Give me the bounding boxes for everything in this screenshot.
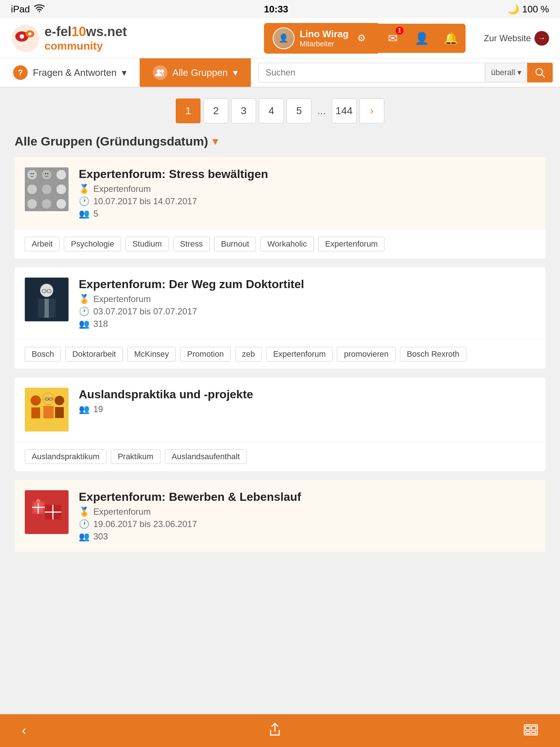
category-label-stress: Expertenforum [93, 184, 151, 194]
main-content: 1 2 3 4 5 ... 144 › Alle Gruppen (Gründu… [0, 88, 560, 599]
tag-zeb[interactable]: zeb [235, 347, 262, 361]
svg-point-14 [42, 184, 52, 194]
date-label-bewerben: 19.06.2017 bis 23.06.2017 [93, 519, 197, 529]
tag-mckinsey[interactable]: McKinsey [127, 347, 176, 361]
members-label-doktor: 318 [93, 319, 108, 329]
notifications-button[interactable]: 🔔 [436, 24, 466, 53]
tag-studium[interactable]: Studium [125, 237, 169, 251]
search-scope-label: überall ▾ [491, 68, 521, 77]
tag-expertenforum-2[interactable]: Expertenforum [266, 347, 332, 361]
page-5-button[interactable]: 5 [287, 98, 311, 123]
svg-line-8 [542, 74, 545, 77]
device-label: iPad [11, 4, 30, 15]
tag-bosch-rexroth[interactable]: Bosch Rexroth [400, 347, 466, 361]
gallery-button[interactable] [524, 722, 538, 740]
page-2-button[interactable]: 2 [203, 98, 228, 123]
category-label-doktor: Expertenforum [93, 294, 151, 304]
tag-bosch[interactable]: Bosch [25, 347, 61, 361]
bottom-bar: ‹ [0, 714, 560, 747]
group-thumb-ausland [25, 388, 69, 431]
group-tags-ausland: Auslandspraktikum Praktikum Auslandsaufe… [15, 442, 545, 471]
group-info-ausland: Auslandspraktika und -projekte 👥 19 [79, 388, 535, 414]
group-card-top-doktor: Expertenforum: Der Weg zum Doktortitel 🏅… [15, 267, 545, 339]
tag-psychologie[interactable]: Psychologie [64, 237, 121, 251]
share-button[interactable] [268, 722, 282, 740]
group-title-ausland[interactable]: Auslandspraktika und -projekte [79, 388, 535, 401]
tag-burnout[interactable]: Burnout [214, 237, 256, 251]
search-input[interactable] [258, 63, 485, 82]
page-4-button[interactable]: 4 [259, 98, 284, 123]
profile-button[interactable]: 👤 [407, 24, 436, 53]
user-role: Mitarbeiter [300, 40, 349, 48]
group-title-doktor[interactable]: Expertenforum: Der Weg zum Doktortitel [79, 278, 535, 291]
gear-button[interactable]: ⚙ [354, 32, 369, 44]
wifi-icon [34, 4, 44, 15]
search-scope[interactable]: überall ▾ [485, 63, 527, 82]
moon-icon: 🌙 [508, 4, 519, 15]
svg-point-6 [160, 69, 164, 73]
svg-point-35 [55, 396, 64, 405]
svg-rect-51 [526, 731, 530, 734]
meta-category-stress: 🏅 Expertenforum [79, 184, 535, 194]
svg-point-3 [20, 34, 24, 39]
group-info-doktor: Expertenforum: Der Weg zum Doktortitel 🏅… [79, 278, 535, 329]
tag-praktikum[interactable]: Praktikum [111, 449, 160, 464]
members-icon-bewerben: 👥 [79, 531, 90, 542]
page-144-button[interactable]: 144 [332, 98, 357, 123]
nav-gruppen-dropdown-icon: ▾ [233, 67, 238, 78]
category-icon-stress: 🏅 [79, 184, 90, 194]
group-card-top-bewerben: Expertenforum: Bewerben & Lebenslauf 🏅 E… [15, 480, 545, 552]
back-button[interactable]: ‹ [22, 723, 26, 738]
logo-area: e-fel10ws.net community [11, 24, 127, 53]
tag-doktorarbeit[interactable]: Doktorarbeit [65, 347, 123, 361]
meta-category-doktor: 🏅 Expertenforum [79, 294, 535, 304]
meta-members-ausland: 👥 19 [79, 404, 535, 414]
svg-point-19 [30, 173, 32, 174]
question-icon: ? [13, 65, 28, 80]
nav-fragen-label: Fragen & Antworten [33, 67, 117, 78]
status-bar-right: 🌙 100 % [508, 4, 549, 15]
tag-promovieren[interactable]: promovieren [337, 347, 395, 361]
nav-gruppen[interactable]: Alle Gruppen ▾ [140, 58, 251, 87]
website-link-label: Zur Website [484, 33, 531, 43]
svg-point-4 [28, 32, 31, 35]
svg-point-21 [45, 173, 46, 174]
svg-rect-36 [55, 407, 64, 418]
tag-expertenforum-1[interactable]: Expertenforum [318, 237, 385, 251]
website-link[interactable]: Zur Website → [484, 31, 549, 46]
svg-rect-49 [526, 726, 530, 730]
group-tags-stress: Arbeit Psychologie Studium Stress Burnou… [15, 229, 545, 259]
section-title[interactable]: Alle Gruppen (Gründungsdatum) ▾ [15, 134, 545, 148]
status-bar-left: iPad [11, 4, 44, 15]
search-button[interactable] [527, 63, 553, 82]
group-title-bewerben[interactable]: Expertenforum: Bewerben & Lebenslauf [79, 490, 535, 504]
group-card-ausland: Auslandspraktika und -projekte 👥 19 Ausl… [15, 378, 545, 471]
tag-auslandspraktikum[interactable]: Auslandspraktikum [25, 449, 106, 464]
group-thumb-stress [25, 167, 69, 211]
tag-promotion[interactable]: Promotion [180, 347, 230, 361]
category-icon-doktor: 🏅 [79, 294, 90, 304]
logo-text: e-fel10ws.net community [44, 24, 127, 53]
tag-workaholic[interactable]: Workaholic [260, 237, 314, 251]
tag-arbeit[interactable]: Arbeit [25, 237, 59, 251]
page-ellipsis: ... [314, 105, 328, 117]
category-label-bewerben: Expertenforum [93, 507, 151, 517]
share-icon [268, 722, 282, 736]
svg-point-18 [56, 199, 66, 209]
page-3-button[interactable]: 3 [231, 98, 256, 123]
date-icon-doktor: 🕐 [79, 306, 90, 317]
user-details: Lino Wirag Mitarbeiter [300, 28, 349, 48]
svg-point-20 [32, 173, 34, 174]
brand-name: e-fel10ws.net [44, 24, 127, 39]
gallery-icon [524, 722, 538, 736]
messages-button[interactable]: ✉ 1 [378, 24, 407, 53]
brand-highlight: 10 [71, 24, 86, 39]
nav-fragen[interactable]: ? Fragen & Antworten ▾ [0, 58, 140, 87]
svg-point-10 [27, 170, 37, 180]
meta-members-doktor: 👥 318 [79, 319, 535, 329]
tag-auslandsaufenthalt[interactable]: Auslandsaufenthalt [165, 449, 247, 464]
page-next-button[interactable]: › [359, 98, 384, 123]
tag-stress[interactable]: Stress [173, 237, 210, 251]
page-1-button[interactable]: 1 [176, 98, 201, 123]
group-title-stress[interactable]: Expertenforum: Stress bewältigen [79, 167, 535, 181]
